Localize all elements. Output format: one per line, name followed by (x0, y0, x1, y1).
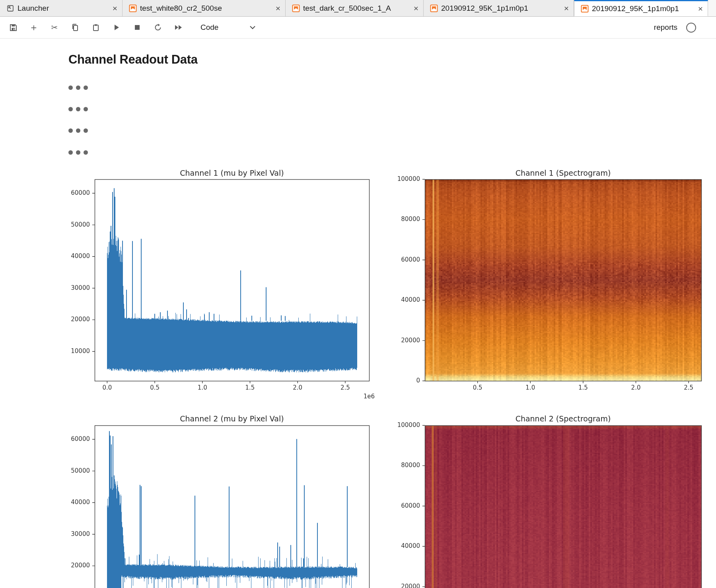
tab-label: 20190912_95K_1p1m0p1 (592, 4, 695, 13)
tab-notebook-4-active[interactable]: 20190912_95K_1p1m0p1 × (574, 0, 708, 16)
run-icon[interactable] (111, 21, 123, 33)
notebook-icon (292, 4, 300, 12)
notebook-icon (581, 5, 589, 13)
collapsed-cell-2[interactable] (68, 107, 88, 111)
tab-notebook-2[interactable]: test_dark_cr_500sec_1_A × (286, 0, 424, 16)
notebook-icon (129, 4, 137, 12)
close-icon[interactable]: × (563, 4, 570, 12)
close-icon[interactable]: × (275, 4, 281, 12)
notebook-icon (430, 4, 438, 12)
chart-title: Channel 1 (mu by Pixel Val) (95, 169, 369, 177)
stop-icon[interactable] (131, 21, 143, 33)
launcher-icon (6, 4, 14, 12)
chart-title: Channel 1 (Spectrogram) (425, 169, 701, 177)
cut-icon[interactable]: ✂ (49, 21, 60, 33)
tab-notebook-3[interactable]: 20190912_95K_1p1m0p1 × (424, 0, 574, 16)
collapsed-cell-1[interactable] (68, 85, 88, 90)
chevron-down-icon (249, 25, 256, 29)
cell-type-dropdown[interactable]: Code (200, 23, 256, 32)
tab-notebook-1[interactable]: test_white80_cr2_500se × (123, 0, 286, 16)
notebook-toolbar: + ✂ Code reports (0, 17, 716, 39)
cell-type-value: Code (200, 23, 218, 32)
collapsed-cell-3[interactable] (68, 128, 88, 133)
chart-title: Channel 2 (mu by Pixel Val) (95, 414, 369, 423)
chart-title: Channel 2 (Spectrogram) (425, 414, 701, 423)
tab-label: test_white80_cr2_500se (140, 4, 272, 13)
kernel-name-label: reports (654, 23, 677, 32)
close-icon[interactable]: × (112, 4, 118, 12)
close-icon[interactable]: × (697, 4, 704, 13)
tab-bar: Launcher × test_white80_cr2_500se × test… (0, 0, 716, 17)
tab-launcher[interactable]: Launcher × (0, 0, 123, 16)
paste-icon[interactable] (90, 21, 102, 33)
collapsed-cell-4[interactable] (68, 150, 88, 155)
tab-label: 20190912_95K_1p1m0p1 (441, 4, 561, 13)
save-icon[interactable] (7, 21, 19, 33)
charts-canvas (0, 0, 716, 588)
tab-label: Launcher (18, 4, 109, 13)
copy-icon[interactable] (69, 21, 81, 33)
restart-kernel-icon[interactable] (152, 21, 164, 33)
jupyterlab-window: Launcher × test_white80_cr2_500se × test… (0, 0, 716, 588)
markdown-heading: Channel Readout Data (68, 52, 198, 67)
insert-cell-icon[interactable]: + (28, 21, 40, 33)
restart-run-all-icon[interactable] (173, 21, 185, 33)
tab-label: test_dark_cr_500sec_1_A (303, 4, 411, 13)
close-icon[interactable]: × (413, 4, 419, 12)
kernel-status-icon[interactable] (686, 23, 696, 33)
